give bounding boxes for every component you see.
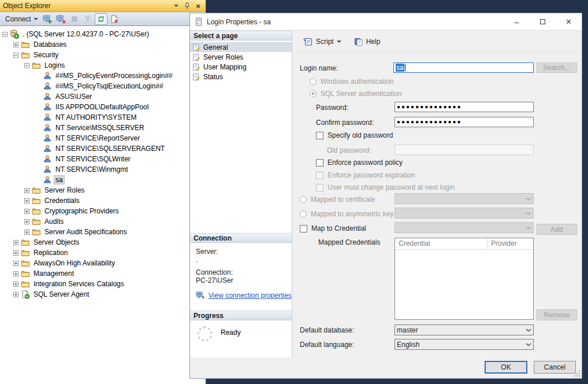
server-icon: [10, 29, 19, 39]
map-to-credential-checkbox[interactable]: [300, 225, 307, 232]
expand-icon[interactable]: +: [13, 42, 18, 47]
tree-item[interactable]: −Logins: [0, 60, 206, 71]
mapped-to-asymmetric-key-row: Mapped to asymmetric key: [300, 210, 393, 218]
disconnect-object-button[interactable]: [108, 13, 121, 25]
tree-item[interactable]: +Replication: [0, 248, 206, 258]
close-icon[interactable]: ×: [193, 1, 203, 10]
expand-icon[interactable]: +: [13, 271, 18, 276]
page-item-server-roles[interactable]: Server Roles: [190, 52, 292, 62]
help-button[interactable]: Help: [351, 35, 384, 49]
tree-item[interactable]: +Databases: [0, 39, 206, 50]
credential-column-header[interactable]: Credential: [395, 238, 487, 249]
tree-item[interactable]: +Audits: [0, 216, 206, 227]
user-icon: [43, 134, 52, 143]
tree-item[interactable]: ##MS_PolicyTsqlExecutionLogin##: [0, 81, 206, 91]
confirm-password-masked-value: ●●●●●●●●●●●●●●: [397, 119, 462, 125]
tree-item[interactable]: NT SERVICE\SQLSERVERAGENT: [0, 143, 206, 154]
window-position-menu-icon[interactable]: [172, 1, 181, 10]
expand-icon[interactable]: +: [13, 292, 18, 297]
page-item-user-mapping[interactable]: User Mapping: [190, 62, 292, 72]
default-database-combo[interactable]: master: [395, 324, 534, 335]
chevron-down-icon: [34, 18, 38, 20]
tree-item[interactable]: NT AUTHORITY\SYSTEM: [0, 112, 206, 123]
connect-button[interactable]: Connect: [2, 14, 41, 24]
page-item-general[interactable]: General: [190, 42, 292, 52]
script-button[interactable]: Script: [299, 35, 345, 49]
tree-item[interactable]: +Management: [0, 268, 206, 279]
collapse-icon[interactable]: −: [24, 63, 29, 68]
tree-item-label: Logins: [43, 61, 66, 69]
tree-item[interactable]: +Server Roles: [0, 185, 206, 195]
specify-old-password-checkbox[interactable]: [316, 132, 323, 139]
mapped-credentials-table[interactable]: Credential Provider: [395, 238, 534, 320]
progress-spinner-icon: [197, 326, 213, 342]
tree-item[interactable]: +Cryptographic Providers: [0, 206, 206, 216]
pin-icon[interactable]: [183, 1, 192, 10]
expand-icon[interactable]: +: [13, 282, 18, 287]
certificate-combo: [395, 193, 534, 204]
tree-item[interactable]: NT Service\MSSQLSERVER: [0, 123, 206, 133]
collapse-icon[interactable]: −: [13, 53, 18, 58]
text-caret: [405, 64, 405, 71]
cancel-button[interactable]: Cancel: [534, 361, 576, 374]
tree-item[interactable]: +Credentials: [0, 195, 206, 206]
expand-icon[interactable]: +: [24, 188, 29, 193]
view-connection-icon: [196, 291, 206, 300]
resize-grip[interactable]: [574, 371, 580, 376]
enforce-password-policy-checkbox[interactable]: [316, 159, 323, 167]
user-icon: [43, 165, 52, 174]
server-value: .: [196, 256, 292, 264]
expand-icon[interactable]: +: [13, 250, 18, 256]
dialog-titlebar[interactable]: Login Properties - sa – ×: [190, 13, 582, 31]
tree-item[interactable]: NT SERVICE\ReportServer: [0, 133, 206, 143]
expand-icon[interactable]: +: [24, 209, 29, 214]
connect-button-label: Connect: [5, 15, 31, 23]
confirm-password-input[interactable]: ●●●●●●●●●●●●●●: [395, 117, 534, 127]
chevron-down-icon[interactable]: [526, 343, 531, 346]
tree-item[interactable]: ##MS_PolicyEventProcessingLogin##: [0, 71, 206, 81]
close-button[interactable]: ×: [556, 13, 582, 30]
chevron-down-icon[interactable]: [337, 40, 341, 43]
tree-item[interactable]: sa: [0, 175, 206, 185]
tree-item[interactable]: +Server Objects: [0, 237, 206, 248]
maximize-button[interactable]: [530, 13, 556, 30]
view-connection-properties-link[interactable]: View connection properties: [209, 291, 292, 300]
tree-item[interactable]: −. (SQL Server 12.0.4237.0 - PC-27\USer): [0, 29, 206, 39]
tree-item-label: NT SERVICE\SQLWriter: [54, 155, 132, 163]
login-name-input[interactable]: sa: [393, 62, 534, 73]
tree-item[interactable]: +Server Audit Specifications: [0, 227, 206, 237]
chevron-down-icon[interactable]: [526, 328, 531, 332]
expand-icon[interactable]: +: [24, 230, 29, 235]
object-explorer-panel: Object Explorer × Connect −. (SQL Server…: [0, 0, 206, 384]
expand-icon[interactable]: +: [24, 198, 29, 204]
object-explorer-tree[interactable]: −. (SQL Server 12.0.4237.0 - PC-27\USer)…: [0, 26, 206, 384]
page-item-status[interactable]: Status: [190, 72, 292, 82]
tree-item[interactable]: IIS APPPOOL\DefaultAppPool: [0, 102, 206, 112]
script-error-icon: [110, 14, 119, 24]
collapse-icon[interactable]: −: [2, 32, 8, 37]
disconnect-server-button[interactable]: [55, 13, 68, 25]
object-explorer-titlebar[interactable]: Object Explorer ×: [0, 0, 206, 12]
tree-item[interactable]: +SQL Server Agent: [0, 289, 206, 300]
refresh-button[interactable]: [95, 13, 107, 25]
tree-item[interactable]: +AlwaysOn High Availability: [0, 258, 206, 268]
minimize-button[interactable]: –: [504, 13, 530, 30]
tree-item[interactable]: ASUS\USer: [0, 91, 206, 102]
tree-item[interactable]: NT SERVICE\SQLWriter: [0, 154, 206, 164]
tree-item-label: SQL Server Agent: [32, 290, 90, 298]
ok-button[interactable]: OK: [485, 361, 527, 374]
tree-item-label: AlwaysOn High Availability: [32, 259, 116, 267]
windows-authentication-radio-row: Windows authentication: [310, 77, 394, 86]
connect-server-button[interactable]: [42, 13, 54, 25]
connection-label: Connection:: [196, 268, 292, 276]
tree-item[interactable]: +Integration Services Catalogs: [0, 279, 206, 289]
expand-icon[interactable]: +: [13, 261, 18, 266]
tree-item[interactable]: NT SERVICE\Winmgmt: [0, 164, 206, 175]
old-password-input: [395, 145, 534, 155]
expand-icon[interactable]: +: [24, 219, 29, 224]
tree-item[interactable]: −Security: [0, 50, 206, 60]
default-language-combo[interactable]: English: [395, 339, 534, 350]
password-input[interactable]: ●●●●●●●●●●●●●●: [395, 102, 534, 112]
expand-icon[interactable]: +: [13, 240, 18, 245]
provider-column-header[interactable]: Provider: [487, 238, 533, 249]
